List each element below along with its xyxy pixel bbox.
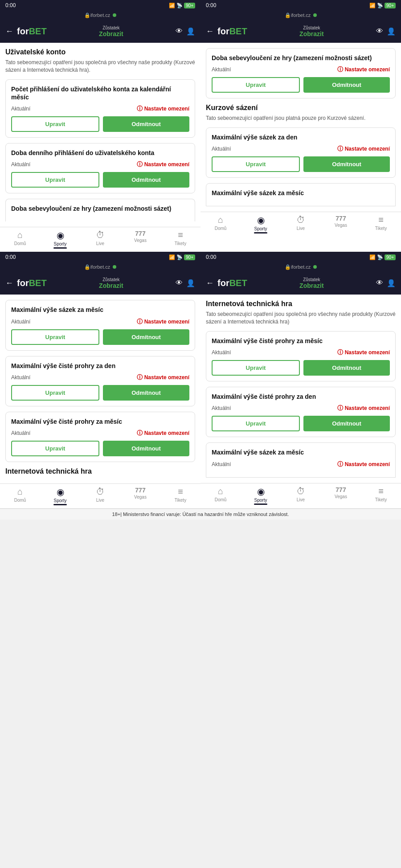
disclaimer-text: 18+| Ministerstvo financí varuje: Účastí… [112, 512, 289, 517]
aktualni-bl-3: Aktuální [11, 430, 30, 436]
card-tr-3: Maximální výše sázek za měsíc [206, 183, 396, 206]
header-left-tl: ← forBET [5, 26, 47, 37]
vegas-label-br: Vegas [335, 494, 347, 499]
nav-live-br[interactable]: ⏱ Live [281, 486, 321, 507]
nav-sporty-tl[interactable]: ◉ Sporty [40, 230, 80, 251]
card-row-bl-1: Aktuální ⓘNastavte omezení [11, 318, 189, 326]
odmitnout-btn-bl-2[interactable]: Odmítnout [103, 385, 189, 401]
nav-live-tr[interactable]: ⏱ Live [281, 215, 321, 236]
user-icon-br[interactable]: 👤 [387, 279, 396, 287]
upravit-btn-br-2[interactable]: Upravit [212, 416, 300, 431]
card-title-tl-1: Počet přihlášení do uživatelského konta … [11, 85, 189, 101]
user-icon-tr[interactable]: 👤 [387, 27, 396, 36]
eye-icon-br[interactable]: 👁 [376, 279, 383, 287]
aktualni-br-1: Aktuální [212, 349, 231, 356]
odmitnout-btn-bl-1[interactable]: Odmítnout [103, 329, 189, 345]
nav-tikety-bl[interactable]: ≡ Tikety [160, 487, 200, 508]
nav-sporty-tr[interactable]: ◉ Sporty [241, 215, 281, 236]
upravit-btn-tl-1[interactable]: Upravit [11, 116, 99, 132]
eye-icon-tl[interactable]: 👁 [176, 27, 183, 35]
upravit-btn-tr-1[interactable]: Upravit [212, 77, 300, 93]
back-button-tl[interactable]: ← [5, 27, 13, 36]
nastavte-br-2: ⓘNastavte omezení [337, 404, 390, 412]
upravit-btn-tl-2[interactable]: Upravit [11, 172, 99, 188]
card-bl-1: Maximální výše sázek za měsíc Aktuální ⓘ… [5, 300, 195, 350]
odmitnout-btn-br-1[interactable]: Odmítnout [303, 360, 390, 376]
warn-icon-bl-2: ⓘ [137, 373, 143, 381]
balance-value-tr: Zobrazit [299, 30, 323, 37]
btn-row-br-2: Upravit Odmítnout [212, 416, 390, 431]
signal-tr: 📶 [369, 3, 376, 8]
lock-icon-br: 🔒 [285, 264, 291, 270]
btn-row-tr-2: Upravit Odmítnout [212, 156, 390, 172]
tikety-icon-tr: ≡ [378, 215, 384, 225]
battery-br: 90+ [385, 254, 396, 260]
warn-icon-br-2: ⓘ [337, 404, 343, 412]
vegas-icon-bl: 777 [135, 487, 145, 494]
upravit-btn-bl-1[interactable]: Upravit [11, 329, 99, 345]
balance-value-br: Zobrazit [299, 282, 323, 289]
odmitnout-btn-br-2[interactable]: Odmítnout [303, 416, 390, 431]
wifi-tl: 📡 [176, 3, 183, 8]
card-row-br-3: Aktuální ⓘNastavte omezení [212, 460, 390, 468]
aktualni-tr-1: Aktuální [212, 66, 231, 73]
nav-domu-tl[interactable]: ⌂ Domů [0, 230, 40, 251]
nav-vegas-br[interactable]: 777 Vegas [321, 486, 361, 507]
odmitnout-btn-bl-3[interactable]: Odmítnout [103, 441, 189, 456]
nav-sporty-bl[interactable]: ◉ Sporty [40, 487, 80, 508]
nav-vegas-bl[interactable]: 777 Vegas [120, 487, 160, 508]
upravit-btn-bl-2[interactable]: Upravit [11, 385, 99, 401]
odmitnout-btn-tr-2[interactable]: Odmítnout [303, 156, 390, 172]
balance-label-bl: Zůstatek [99, 277, 123, 282]
logo-tl: forBET [17, 26, 47, 37]
nav-domu-tr[interactable]: ⌂ Domů [200, 215, 241, 236]
balance-section-tl: Zůstatek Zobrazit [99, 25, 123, 37]
nav-tikety-tl[interactable]: ≡ Tikety [160, 230, 200, 251]
nav-vegas-tr[interactable]: 777 Vegas [321, 215, 361, 236]
live-label-tr: Live [297, 226, 305, 231]
eye-icon-tr[interactable]: 👁 [376, 27, 383, 35]
btn-row-tl-1: Upravit Odmítnout [11, 116, 189, 132]
nav-tikety-tr[interactable]: ≡ Tikety [361, 215, 401, 236]
dot-indicator-tr [313, 13, 317, 17]
odmitnout-btn-tl-1[interactable]: Odmítnout [103, 116, 189, 132]
sporty-icon-tr: ◉ [257, 215, 265, 225]
card-title-bl-1: Maximální výše sázek za měsíc [11, 306, 189, 314]
back-button-br[interactable]: ← [206, 278, 214, 288]
upravit-btn-tr-2[interactable]: Upravit [212, 156, 300, 172]
card-row-tr-2: Aktuální ⓘNastavte omezení [212, 145, 390, 153]
user-icon-tl[interactable]: 👤 [186, 27, 195, 36]
user-icon-bl[interactable]: 👤 [186, 279, 195, 287]
warn-icon-br-3: ⓘ [337, 460, 343, 468]
nav-sporty-br[interactable]: ◉ Sporty [241, 486, 281, 507]
eye-icon-bl[interactable]: 👁 [176, 279, 183, 287]
bottom-nav-tr: ⌂ Domů ◉ Sporty ⏱ Live 777 Vegas ≡ Tiket… [200, 212, 401, 237]
nav-tikety-br[interactable]: ≡ Tikety [361, 486, 401, 507]
nav-domu-br[interactable]: ⌂ Domů [200, 486, 241, 507]
odmitnout-btn-tr-1[interactable]: Odmítnout [303, 77, 390, 93]
nav-live-tl[interactable]: ⏱ Live [80, 230, 120, 251]
domu-label-br: Domů [215, 497, 227, 502]
header-right-br: 👁 👤 [376, 279, 396, 287]
upravit-btn-br-1[interactable]: Upravit [212, 360, 300, 376]
card-br-3: Maximální výše sázek za měsíc Aktuální ⓘ… [206, 442, 396, 477]
app-header-tl: ← forBET Zůstatek Zobrazit 👁 👤 [0, 20, 200, 43]
card-title-tr-2: Maximální výše sázek za den [212, 133, 390, 141]
lock-icon-bl: 🔒 [84, 264, 90, 270]
upravit-btn-bl-3[interactable]: Upravit [11, 441, 99, 456]
screen-bottom-right: 0:00 📶 📡 90+ 🔒 iforbet.cz ← forBET Zůsta… [200, 252, 401, 508]
back-button-tr[interactable]: ← [206, 27, 214, 36]
live-icon-tl: ⏱ [96, 230, 105, 240]
card-br-2: Maximální výše čisté prohry za den Aktuá… [206, 387, 396, 437]
odmitnout-btn-tl-2[interactable]: Odmítnout [103, 172, 189, 188]
btn-row-tl-2: Upravit Odmítnout [11, 172, 189, 188]
nav-vegas-tl[interactable]: 777 Vegas [120, 230, 160, 251]
content-bl: Maximální výše sázek za měsíc Aktuální ⓘ… [0, 295, 200, 483]
section-desc-br: Tato sebeomezující opatření jsou společn… [206, 311, 396, 326]
sporty-indicator-tr [254, 232, 267, 233]
nav-domu-bl[interactable]: ⌂ Domů [0, 487, 40, 508]
warn-icon-bl-3: ⓘ [137, 429, 143, 437]
nav-live-bl[interactable]: ⏱ Live [80, 487, 120, 508]
btn-row-bl-3: Upravit Odmítnout [11, 441, 189, 456]
back-button-bl[interactable]: ← [5, 278, 13, 288]
